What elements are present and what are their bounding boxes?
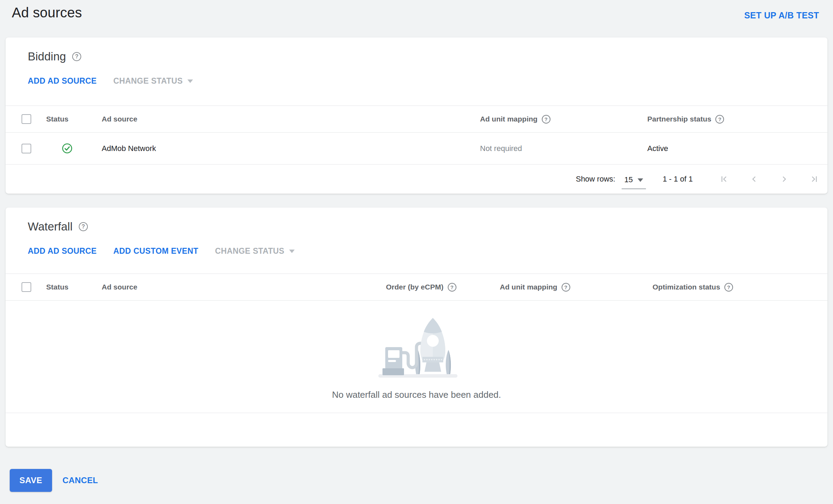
waterfall-section-title: Waterfall [28, 220, 73, 233]
rows-per-page-value: 15 [624, 175, 633, 184]
help-icon[interactable]: ? [542, 115, 550, 124]
column-optimization-status: Optimization status [653, 283, 720, 291]
waterfall-empty-state: No waterfall ad sources have been added. [6, 301, 827, 413]
chevron-down-icon [289, 250, 295, 253]
table-row: AdMob Network Not required Active [6, 133, 827, 165]
column-status: Status [46, 283, 68, 291]
help-icon[interactable]: ? [72, 52, 81, 61]
change-status-button: CHANGE STATUS [113, 76, 193, 86]
cancel-button[interactable]: CANCEL [62, 476, 98, 485]
waterfall-footer-strip [6, 413, 827, 447]
check-circle-icon [62, 143, 73, 154]
waterfall-table-header: Status Ad source Order (by eCPM) ? Ad un… [6, 274, 827, 301]
page-title: Ad sources [12, 5, 82, 20]
add-custom-event-button[interactable]: ADD CUSTOM EVENT [113, 246, 199, 256]
ad-unit-mapping-value: Not required [480, 144, 647, 153]
help-icon[interactable]: ? [724, 283, 733, 292]
column-partnership-status: Partnership status [647, 115, 711, 123]
bidding-card: Bidding ? ADD AD SOURCE CHANGE STATUS St… [6, 37, 827, 194]
add-ad-source-button[interactable]: ADD AD SOURCE [28, 76, 97, 86]
empty-state-message: No waterfall ad sources have been added. [6, 389, 827, 400]
bidding-table-header: Status Ad source Ad unit mapping ? Partn… [6, 106, 827, 133]
help-icon[interactable]: ? [715, 115, 724, 124]
waterfall-card: Waterfall ? ADD AD SOURCE ADD CUSTOM EVE… [6, 208, 827, 447]
change-status-label: CHANGE STATUS [215, 246, 285, 256]
page-footer: SAVE CANCEL [10, 469, 833, 492]
set-up-ab-test-link[interactable]: SET UP A/B TEST [744, 10, 819, 20]
partnership-status-value: Active [647, 144, 827, 153]
add-ad-source-button[interactable]: ADD AD SOURCE [28, 246, 97, 256]
pagination-bar: Show rows: 15 1 - 1 of 1 [6, 165, 827, 194]
change-status-label: CHANGE STATUS [113, 76, 183, 86]
column-ad-source: Ad source [102, 115, 137, 123]
help-icon[interactable]: ? [448, 283, 456, 292]
chevron-down-icon [187, 79, 193, 83]
rocket-fuel-pump-illustration [370, 314, 463, 383]
column-ad-unit-mapping: Ad unit mapping [500, 283, 557, 291]
change-status-button: CHANGE STATUS [215, 246, 295, 256]
bidding-section-title: Bidding [28, 50, 66, 63]
rows-per-page-select[interactable]: 15 [622, 173, 646, 189]
select-all-checkbox[interactable] [22, 114, 31, 124]
column-order-by-ecpm: Order (by eCPM) [386, 283, 444, 291]
bidding-table: Status Ad source Ad unit mapping ? Partn… [6, 106, 827, 194]
last-page-icon[interactable] [809, 174, 819, 184]
help-icon[interactable]: ? [79, 222, 88, 231]
previous-page-icon[interactable] [749, 174, 759, 184]
column-ad-unit-mapping: Ad unit mapping [480, 115, 538, 123]
save-button[interactable]: SAVE [10, 469, 52, 492]
help-icon[interactable]: ? [562, 283, 570, 292]
column-ad-source: Ad source [102, 283, 137, 291]
show-rows-label: Show rows: [576, 175, 615, 184]
next-page-icon[interactable] [779, 174, 789, 184]
select-all-checkbox[interactable] [22, 282, 31, 292]
chevron-down-icon [638, 178, 643, 182]
column-status: Status [46, 115, 68, 123]
waterfall-table: Status Ad source Order (by eCPM) ? Ad un… [6, 274, 827, 447]
row-checkbox[interactable] [22, 144, 31, 153]
page-header: Ad sources SET UP A/B TEST [0, 0, 833, 37]
ad-source-name: AdMob Network [102, 144, 480, 153]
first-page-icon[interactable] [719, 174, 730, 184]
page-range: 1 - 1 of 1 [663, 175, 693, 184]
